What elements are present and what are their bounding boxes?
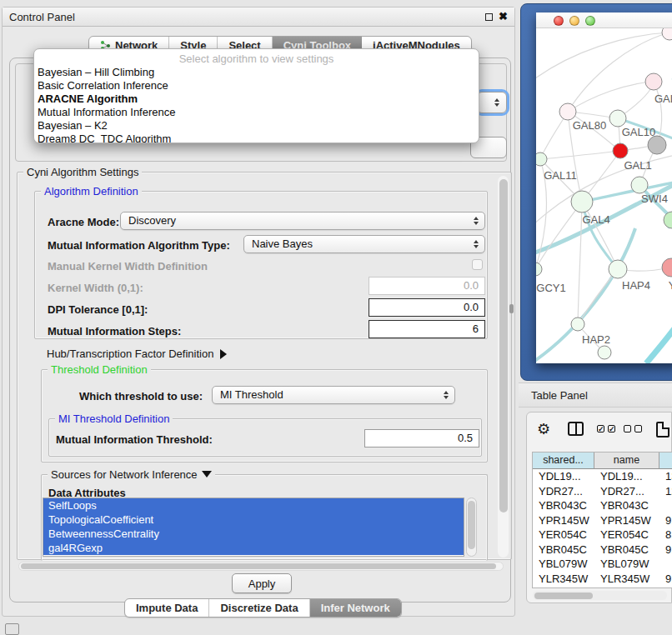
algorithm-definition-group: Algorithm Definition Aracne Mode: Discov… — [34, 191, 488, 339]
application-window: Control Panel ✖ NetworkStyleSelectCyni T… — [0, 0, 672, 635]
node-gal10[interactable] — [609, 110, 626, 127]
import-table-icon[interactable] — [656, 422, 669, 438]
node-gal4[interactable] — [571, 191, 593, 212]
panel-divider-grip[interactable] — [509, 304, 514, 313]
table-header-cell[interactable]: shared... — [533, 452, 594, 469]
node-gal7[interactable] — [645, 73, 662, 90]
table-row[interactable]: YLR345WYLR345W9. — [533, 572, 672, 587]
algorithm-selector-combo[interactable] — [477, 92, 507, 113]
node-hap4[interactable] — [609, 260, 627, 278]
table-row[interactable]: YPR145WYPR145W9. — [533, 513, 672, 528]
apply-button[interactable]: Apply — [232, 573, 292, 593]
mi-threshold-label: Mutual Information Threshold: — [56, 433, 213, 446]
dropdown-item[interactable]: Bayesian – K2 — [34, 119, 479, 132]
column-layout-icon[interactable] — [568, 422, 584, 436]
kernel-width-label: Kernel Width (0,1): — [48, 282, 143, 294]
kernel-width-field[interactable]: 0.0 — [369, 277, 485, 295]
table-row[interactable]: YDL19...YDL19...13 — [533, 469, 672, 484]
hub-transcription-expander[interactable]: Hub/Transcription Factor Definition — [47, 348, 227, 360]
mi-steps-field[interactable]: 6 — [369, 320, 485, 338]
node-gray[interactable] — [648, 136, 666, 154]
table-cell: YDR27... — [533, 484, 594, 499]
attribute-list-item[interactable]: gal4RGexp — [43, 541, 464, 555]
table-horizontal-scrollbar[interactable] — [533, 591, 667, 600]
zoom-window-icon[interactable] — [585, 16, 595, 26]
node-gal11-label: GAL11 — [544, 169, 577, 182]
attribute-list-scrollbar[interactable] — [466, 498, 477, 557]
table-cell: YBR043C — [594, 498, 659, 513]
mi-algorithm-type-combo[interactable]: Naive Bayes — [243, 235, 485, 253]
dpi-tolerance-field[interactable]: 0.0 — [369, 298, 485, 317]
table-cell: YDL19... — [594, 469, 659, 484]
tab-discretize-data[interactable]: Discretize Data — [209, 599, 309, 617]
table-panel-title: Table Panel — [531, 389, 588, 402]
network-window: GAL7GAL80GAL10GAL1GAL11SWI4GAL4GCY1HAP4Y… — [536, 12, 672, 363]
dropdown-item[interactable]: Bayesian – Hill Climbing — [34, 66, 479, 79]
table-panel: ⚙ ✓✓ shared...name YDL19...YDL19...13YDR… — [526, 412, 672, 603]
network-window-frame[interactable]: GAL7GAL80GAL10GAL1GAL11SWI4GAL4GCY1HAP4Y… — [520, 3, 672, 381]
attribute-list-item[interactable]: TopologicalCoefficient — [43, 512, 464, 527]
table-row[interactable]: YER054CYER054C8. — [533, 528, 672, 542]
minimize-window-icon[interactable] — [569, 16, 579, 26]
dropdown-item[interactable]: Dream8 DC_TDC Algorithm — [34, 132, 479, 143]
which-threshold-combo[interactable]: MI Threshold — [212, 386, 455, 404]
table-header-cell[interactable] — [659, 452, 672, 469]
table-cell: 9. — [659, 572, 672, 587]
dropdown-item[interactable]: ARACNE Algorithm — [34, 92, 479, 106]
tab-impute-data[interactable]: Impute Data — [125, 599, 209, 617]
table-row[interactable]: YBR045CYBR045C9. — [533, 542, 672, 558]
data-attributes-list[interactable]: SelfLoopsTopologicalCoefficientBetweenne… — [43, 498, 464, 557]
data-operation-tab-bar: Impute DataDiscretize DataInfer Network — [124, 598, 402, 618]
node-bottom[interactable] — [598, 346, 611, 359]
manual-kernel-width-checkbox[interactable] — [472, 259, 483, 270]
network-window-titlebar[interactable] — [536, 12, 672, 28]
node-green-right[interactable] — [664, 212, 672, 228]
combo-stepper-icon — [474, 217, 479, 225]
table-row[interactable]: YBR043CYBR043C — [533, 498, 672, 513]
mi-algorithm-type-value: Naive Bayes — [252, 238, 313, 250]
aracne-mode-combo[interactable]: Discovery — [120, 212, 485, 230]
node-gcy1[interactable] — [536, 262, 542, 276]
table-cell: YPR145W — [533, 513, 594, 528]
table-row[interactable]: YDR27...YDR27...12 — [533, 484, 672, 499]
node-swi4[interactable] — [631, 177, 648, 193]
collapsed-panel-button[interactable] — [5, 623, 19, 635]
attribute-list-item[interactable]: SelfLoops — [43, 498, 464, 512]
close-panel-icon[interactable]: ✖ — [499, 10, 508, 22]
table-row[interactable]: YIL052CYIL052C9 — [533, 586, 672, 588]
node-gal80[interactable] — [559, 103, 576, 120]
table-body: YDL19...YDL19...13YDR27...YDR27...12YBR0… — [533, 469, 672, 588]
table-cell: 13 — [659, 469, 672, 484]
table-panel-titlebar: Table Panel — [519, 382, 672, 408]
node-gal11[interactable] — [536, 152, 547, 166]
tab-infer-network[interactable]: Infer Network — [310, 599, 401, 617]
settings-gear-icon[interactable]: ⚙ — [537, 422, 550, 437]
combo-stepper-icon — [494, 98, 499, 107]
expander-arrow-icon — [220, 349, 227, 359]
node-salmon[interactable] — [662, 258, 672, 277]
node-hap4-label: HAP4 — [622, 279, 650, 292]
tab-label: Discretize Data — [220, 602, 298, 614]
mi-threshold-field[interactable]: 0.5 — [364, 429, 479, 448]
settings-horizontal-scrollbar[interactable] — [18, 562, 504, 571]
cyni-algorithm-settings-group: Cyni Algorithm Settings Algorithm Defini… — [17, 172, 512, 560]
table-header-cell[interactable]: name — [594, 452, 659, 469]
attribute-list-item[interactable]: BetweennessCentrality — [43, 527, 464, 541]
settings-vertical-scrollbar[interactable] — [498, 176, 509, 558]
network-canvas[interactable]: GAL7GAL80GAL10GAL1GAL11SWI4GAL4GCY1HAP4Y… — [536, 28, 672, 363]
table-cell: YDL19... — [533, 469, 594, 484]
float-window-icon[interactable] — [485, 13, 493, 21]
node-unnamed-top[interactable] — [662, 28, 672, 40]
dropdown-item[interactable]: Mutual Information Inference — [34, 106, 479, 119]
node-gal1[interactable] — [613, 143, 628, 158]
close-window-icon[interactable] — [554, 16, 564, 26]
table-cell: YER054C — [533, 528, 594, 542]
dropdown-item-list: Bayesian – Hill ClimbingBasic Correlatio… — [34, 66, 479, 143]
select-all-checkboxes-icon[interactable]: ✓✓ — [597, 425, 615, 432]
table-cell: YPR145W — [594, 513, 659, 528]
node-hap2[interactable] — [571, 318, 584, 331]
table-cell: YBR045C — [533, 542, 594, 558]
dropdown-item[interactable]: Basic Correlation Inference — [34, 79, 479, 92]
deselect-all-checkboxes-icon[interactable] — [624, 425, 642, 432]
table-row[interactable]: YBL079WYBL079W — [533, 557, 672, 572]
